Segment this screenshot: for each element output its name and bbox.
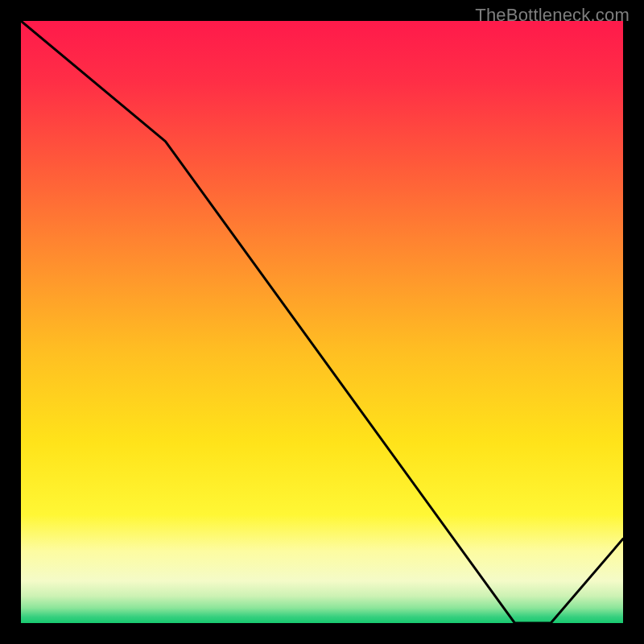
chart-background [21,21,623,623]
chart-frame [21,21,623,623]
chart-plot [21,21,623,623]
